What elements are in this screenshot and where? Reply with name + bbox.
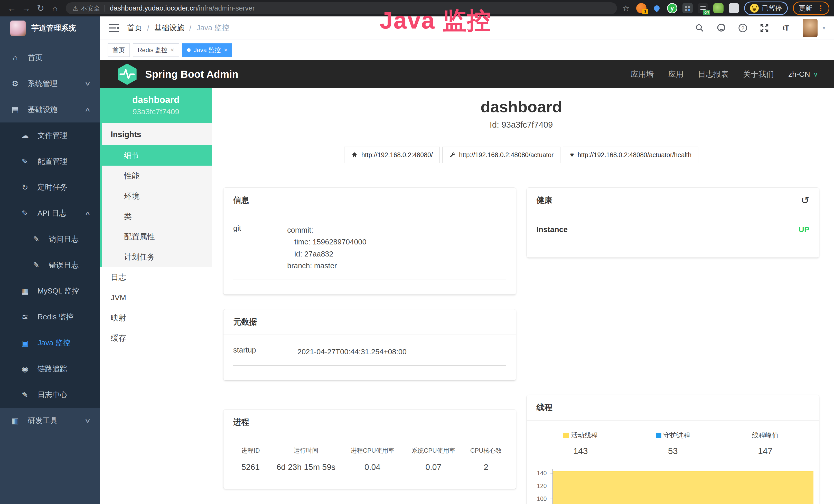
metadata-key: startup xyxy=(233,346,298,358)
sidebar-item-system-mgmt[interactable]: ⚙ 系统管理 ∨ xyxy=(0,71,100,96)
extension-icon-grid[interactable] xyxy=(682,3,693,13)
extension-icon-pin[interactable] xyxy=(652,3,662,13)
instance-id-line: Id: 93a3fc7f7409 xyxy=(223,120,819,130)
status-badge: UP xyxy=(798,225,809,234)
sidebar-item-label: 链路追踪 xyxy=(38,364,67,374)
sidebar-item-java-monitor[interactable]: ▣ Java 监控 xyxy=(0,330,100,356)
extension-icon-tampermonkey[interactable]: on xyxy=(698,3,708,13)
sba-nav-about[interactable]: 关于我们 xyxy=(743,69,774,79)
browser-actions: ☆ 1 y on 已暂停 更新 ⋮ xyxy=(622,2,829,15)
health-history-icon[interactable]: ↺ xyxy=(800,195,809,205)
actuator-url-button[interactable]: http://192.168.0.2:48080/actuator xyxy=(442,146,561,163)
sidebar-item-home[interactable]: ⌂ 首页 xyxy=(0,45,100,71)
tab-environment[interactable]: 环境 xyxy=(102,186,212,206)
sidebar-item-label: API 日志 xyxy=(38,208,67,219)
extension-icon-green[interactable] xyxy=(713,3,724,13)
locale-caret-icon: ∨ xyxy=(813,70,818,78)
legend-label-text: 活动线程 xyxy=(571,431,598,440)
extension-icon-y[interactable]: y xyxy=(667,3,677,13)
tab-metrics[interactable]: 性能 xyxy=(102,166,212,186)
close-icon[interactable]: × xyxy=(224,46,227,54)
tab-redis-monitor[interactable]: Redis 监控 × xyxy=(133,43,179,57)
sidebar-item-scheduled-jobs[interactable]: ↻ 定时任务 xyxy=(0,174,100,200)
tab-label: Java 监控 xyxy=(194,46,221,54)
health-url-button[interactable]: ♥ http://192.168.0.2:48080/actuator/heal… xyxy=(563,146,698,163)
sidebar-item-log-center[interactable]: ✎ 日志中心 xyxy=(0,382,100,408)
instance-header[interactable]: dashboard 93a3fc7f7409 xyxy=(100,88,212,123)
tab-caches[interactable]: 缓存 xyxy=(100,328,212,348)
git-branch-line: branch: master xyxy=(287,260,367,272)
spring-boot-admin-logo[interactable] xyxy=(116,62,138,86)
health-instance-row[interactable]: Instance UP xyxy=(536,213,810,243)
not-secure-label: 不安全 xyxy=(81,4,100,13)
search-icon[interactable] xyxy=(695,23,705,33)
sidebar-item-api-log[interactable]: ✎ API 日志 ∧ xyxy=(0,200,100,226)
tab-scheduled-tasks[interactable]: 计划任务 xyxy=(102,247,212,267)
health-card-title: 健康 ↺ xyxy=(527,188,819,213)
tab-java-monitor[interactable]: Java 监控 × xyxy=(182,43,232,57)
bookmark-star-icon[interactable]: ☆ xyxy=(622,3,630,13)
process-card: 进程 进程ID 运行时间 进程CPU使用率 系统CPU使用率 CPU核心数 52… xyxy=(223,410,516,489)
sidebar-item-infrastructure[interactable]: ▤ 基础设施 ∧ xyxy=(0,96,100,122)
close-icon[interactable]: × xyxy=(171,46,174,54)
app-title: 芋道管理系统 xyxy=(31,23,76,33)
sidebar-item-config-mgmt[interactable]: ✎ 配置管理 xyxy=(0,148,100,174)
breadcrumb-home[interactable]: 首页 xyxy=(127,23,142,33)
forward-icon[interactable]: → xyxy=(19,3,34,13)
text-size-small: t xyxy=(783,25,785,31)
sidebar-item-label: 配置管理 xyxy=(38,156,67,167)
text-size-icon[interactable]: tT xyxy=(781,23,791,33)
browser-menu-icon[interactable]: ⋮ xyxy=(815,4,826,13)
database-icon: ▦ xyxy=(20,287,30,296)
help-icon[interactable]: ? xyxy=(738,23,748,33)
threads-chart-plot xyxy=(552,469,816,504)
sba-nav-journal[interactable]: 日志报表 xyxy=(698,69,729,79)
not-secure-icon: ⚠ xyxy=(72,5,78,12)
process-header-uptime: 运行时间 xyxy=(270,446,342,455)
process-value-pid: 5261 xyxy=(231,455,270,472)
sidebar-item-dev-tools[interactable]: ▥ 研发工具 ∨ xyxy=(0,408,100,434)
sidebar-item-access-log[interactable]: ✎ 访问日志 xyxy=(0,226,100,252)
tab-logging[interactable]: 日志 xyxy=(100,267,212,287)
sidebar-item-label: 首页 xyxy=(28,53,43,63)
spring-boot-admin-brand[interactable]: Spring Boot Admin xyxy=(145,69,238,80)
card-title-text: 元数据 xyxy=(233,317,257,327)
extension-icon-orange[interactable]: 1 xyxy=(636,3,646,13)
sba-nav: 应用墙 应用 日志报表 关于我们 zh-CN ∨ xyxy=(631,69,818,79)
sidebar-item-redis-monitor[interactable]: ≋ Redis 监控 xyxy=(0,304,100,330)
tab-details[interactable]: 细节 xyxy=(102,145,212,166)
locale-select[interactable]: zh-CN ∨ xyxy=(788,70,818,78)
avatar-caret-icon[interactable]: ▾ xyxy=(823,25,825,31)
sidebar-item-label: 错误日志 xyxy=(49,260,79,270)
breadcrumb-infrastructure[interactable]: 基础设施 xyxy=(154,23,184,33)
info-card-title: 信息 xyxy=(223,188,516,213)
tab-home[interactable]: 首页 xyxy=(108,43,130,57)
tab-classes[interactable]: 类 xyxy=(102,206,212,226)
user-avatar[interactable] xyxy=(803,19,817,37)
sidebar-item-file-mgmt[interactable]: ☁ 文件管理 xyxy=(0,122,100,148)
app-logo-row[interactable]: 芋道管理系统 xyxy=(0,17,100,40)
tab-mappings[interactable]: 映射 xyxy=(100,307,212,328)
reload-icon[interactable]: ↻ xyxy=(34,3,48,13)
infrastructure-submenu: ☁ 文件管理 ✎ 配置管理 ↻ 定时任务 ✎ API 日志 ∧ ✎ xyxy=(0,122,100,408)
url-bar[interactable]: ⚠ 不安全 dashboard.yudao.iocoder.cn/infra/a… xyxy=(66,2,617,14)
sidebar-item-mysql-monitor[interactable]: ▦ MySQL 监控 xyxy=(0,278,100,304)
sba-nav-wallboard[interactable]: 应用墙 xyxy=(631,69,654,79)
back-icon[interactable]: ← xyxy=(5,3,19,13)
tab-jvm[interactable]: JVM xyxy=(100,287,212,307)
browser-update-button[interactable]: 更新 ⋮ xyxy=(793,2,829,15)
profile-paused-chip[interactable]: 已暂停 xyxy=(744,2,788,15)
service-url-button[interactable]: http://192.168.0.2:48080/ xyxy=(344,146,440,163)
extensions-puzzle-icon[interactable] xyxy=(729,3,739,13)
fullscreen-icon[interactable] xyxy=(760,23,769,33)
sidebar-item-error-log[interactable]: ✎ 错误日志 xyxy=(0,252,100,278)
process-table: 进程ID 运行时间 进程CPU使用率 系统CPU使用率 CPU核心数 5261 … xyxy=(223,435,516,475)
edit-icon: ✎ xyxy=(20,157,30,166)
fold-menu-icon[interactable] xyxy=(109,24,119,32)
browser-home-icon[interactable]: ⌂ xyxy=(48,3,62,13)
threads-legend: 活动线程 守护进程 线程峰值 143 53 xyxy=(527,420,819,456)
github-icon[interactable] xyxy=(716,23,726,33)
sidebar-item-tracing[interactable]: ◉ 链路追踪 xyxy=(0,356,100,382)
tab-config-props[interactable]: 配置属性 xyxy=(102,226,212,247)
sba-nav-applications[interactable]: 应用 xyxy=(668,69,683,79)
